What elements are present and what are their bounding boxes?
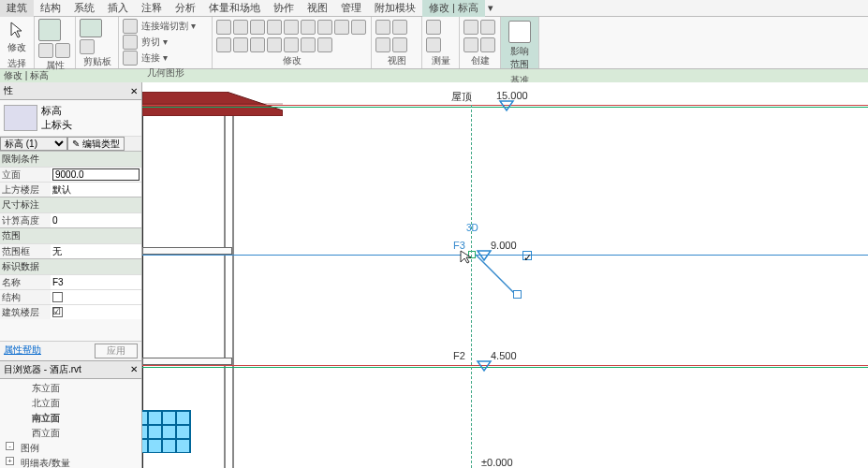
menu-annotate[interactable]: 注释 <box>135 0 169 17</box>
mod-icon-4[interactable] <box>267 20 282 35</box>
view-icon-4[interactable] <box>392 37 407 52</box>
prop-elev-input[interactable] <box>52 168 140 181</box>
level-name-f2[interactable]: F2 <box>453 350 465 361</box>
join-label[interactable]: 连接 ▾ <box>140 51 168 65</box>
cope-icon[interactable] <box>123 19 138 34</box>
tree-east[interactable]: 东立面 <box>0 381 141 396</box>
guide-vertical <box>471 105 472 468</box>
browser-close-icon[interactable]: ✕ <box>130 364 138 374</box>
menu-dropdown-icon[interactable]: ▾ <box>485 2 496 14</box>
prop-calc-val[interactable]: 0 <box>51 213 141 227</box>
level-value-f3[interactable]: 9.000 <box>491 240 517 251</box>
view-icon-3[interactable] <box>375 37 390 52</box>
props-small-2[interactable] <box>55 43 70 58</box>
edit-type-button[interactable]: ✎ 编辑类型 <box>67 137 125 151</box>
menu-collab[interactable]: 协作 <box>267 0 301 17</box>
mod-icon-8[interactable] <box>334 20 349 35</box>
level-value-f1[interactable]: ±0.000 <box>481 457 513 468</box>
create-icon-4[interactable] <box>480 37 495 52</box>
cope-label[interactable]: 连接端切割 ▾ <box>140 20 196 33</box>
prop-name-val[interactable]: F3 <box>51 275 141 289</box>
prop-above-val[interactable]: 默认 <box>51 183 141 197</box>
mod-icon-6[interactable] <box>301 20 316 35</box>
properties-panel-title: 性 ✕ <box>0 82 141 100</box>
level-value-f2[interactable]: 4.500 <box>491 350 517 361</box>
props-apply-button[interactable]: 应用 <box>95 344 138 358</box>
menu-insert[interactable]: 插入 <box>101 0 135 17</box>
props-small-1[interactable] <box>38 43 53 58</box>
props-section-id: 标识数据 <box>0 258 141 274</box>
menu-system[interactable]: 系统 <box>67 0 101 17</box>
prop-struct-checkbox[interactable] <box>52 292 63 302</box>
cut-icon[interactable] <box>123 35 138 50</box>
view-icon-1[interactable] <box>375 20 390 35</box>
ribbon-group-measure: 测量 <box>422 17 460 68</box>
mod-icon-7[interactable] <box>317 20 332 35</box>
mod-icon-16[interactable] <box>317 37 332 52</box>
menu-arch[interactable]: 建筑 <box>0 0 34 17</box>
elevation-preview-thumbnail <box>142 410 191 453</box>
mod-icon-3[interactable] <box>250 20 265 35</box>
menu-modify-level[interactable]: 修改 | 标高 <box>422 0 485 17</box>
roof-element <box>142 92 283 116</box>
cut-label[interactable]: 剪切 ▾ <box>140 36 168 49</box>
toggle-icon[interactable]: + <box>6 457 14 465</box>
prop-scope-val[interactable]: 无 <box>51 244 141 258</box>
mod-icon-14[interactable] <box>284 37 299 52</box>
level-name-roof[interactable]: 屋顶 <box>451 90 472 104</box>
instance-count-select[interactable]: 标高 (1) <box>0 137 67 151</box>
ribbon-label-modify: 修改 <box>216 53 367 68</box>
mod-icon-9[interactable] <box>351 20 366 35</box>
create-icon-1[interactable] <box>463 20 478 35</box>
mod-icon-2[interactable] <box>233 20 248 35</box>
ribbon-group-create: 创建 <box>460 17 501 68</box>
view-icon-2[interactable] <box>392 20 407 35</box>
props-help-link[interactable]: 属性帮助 <box>4 344 41 358</box>
mod-icon-12[interactable] <box>250 37 265 52</box>
drag-endpoint-grip[interactable] <box>513 290 522 299</box>
create-icon-2[interactable] <box>480 20 495 35</box>
toggle-icon[interactable]: - <box>6 442 14 450</box>
level-type-icon <box>4 105 37 131</box>
tree-north[interactable]: 北立面 <box>0 396 141 411</box>
mod-icon-13[interactable] <box>267 37 282 52</box>
ribbon-label-view: 视图 <box>375 53 418 68</box>
prop-bldg-checkbox[interactable] <box>52 307 63 317</box>
menu-analyze[interactable]: 分析 <box>169 0 202 17</box>
propagate-extents-button[interactable]: 影响 范围 <box>505 19 535 73</box>
props-close-icon[interactable]: ✕ <box>130 86 138 96</box>
menu-massing[interactable]: 体量和场地 <box>202 0 267 17</box>
measure-icon-2[interactable] <box>426 37 441 52</box>
menu-view[interactable]: 视图 <box>301 0 334 17</box>
menu-addins[interactable]: 附加模块 <box>368 0 422 17</box>
mod-icon-5[interactable] <box>284 20 299 35</box>
join-icon[interactable] <box>123 51 138 66</box>
ribbon-group-modify: 修改 <box>213 17 372 68</box>
measure-icon-1[interactable] <box>426 20 441 35</box>
tree-legends[interactable]: -图例 <box>0 441 141 456</box>
clip-small[interactable] <box>80 39 95 54</box>
browser-title: 目浏览器 - 酒店.rvt <box>4 363 81 376</box>
ribbon-group-view: 视图 <box>372 17 422 68</box>
drawing-canvas[interactable]: 屋顶 15.000 F3 9.000 ✓ F2 4.500 ±0.000 3D <box>142 82 868 468</box>
paste-button[interactable] <box>80 19 102 37</box>
tree-west[interactable]: 西立面 <box>0 426 141 441</box>
mod-icon-10[interactable] <box>216 37 231 52</box>
select-button[interactable]: 修改 <box>4 19 30 56</box>
anno-3d[interactable]: 3D <box>466 223 478 233</box>
mod-icon-11[interactable] <box>233 37 248 52</box>
level-line-f2[interactable] <box>142 365 868 366</box>
type-line2: 上标头 <box>41 118 138 132</box>
level-marker-icon <box>498 99 515 112</box>
prop-calc-key: 计算高度 <box>0 213 51 227</box>
mod-icon-15[interactable] <box>301 37 316 52</box>
properties-button[interactable] <box>38 19 61 41</box>
mod-icon-1[interactable] <box>216 20 231 35</box>
type-selector[interactable]: 标高 上标头 <box>0 100 141 136</box>
menu-manage[interactable]: 管理 <box>334 0 368 17</box>
tree-schedules[interactable]: +明细表/数量 <box>0 456 141 468</box>
ribbon-group-geom: 连接端切割 ▾ 剪切 ▾ 连接 ▾ 几何图形 <box>119 17 213 68</box>
tree-south[interactable]: 南立面 <box>0 411 141 426</box>
create-icon-3[interactable] <box>463 37 478 52</box>
menu-struct[interactable]: 结构 <box>34 0 67 17</box>
